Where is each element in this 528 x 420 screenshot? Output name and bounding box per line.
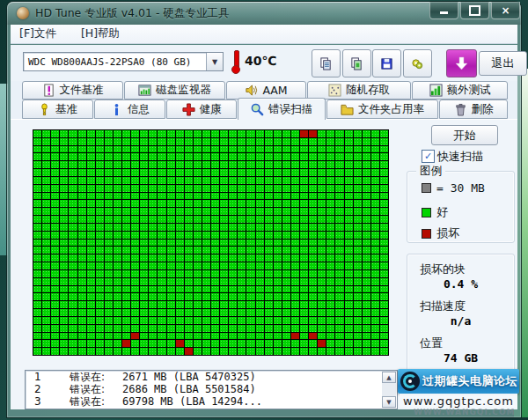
title-bar[interactable]: HD Tune 专业版 v4.01 - 硬盘专业工具 × — [7, 2, 521, 25]
grid-cell-good — [335, 146, 343, 153]
chevron-down-icon[interactable]: ▼ — [206, 53, 223, 70]
tab-erase[interactable]: 删除 — [439, 99, 508, 119]
options-button[interactable] — [403, 49, 432, 77]
grid-cell-good — [176, 254, 184, 262]
grid-cell-good — [202, 146, 210, 153]
grid-cell-good — [246, 169, 254, 176]
grid-cell-good — [167, 200, 175, 207]
grid-cell-good — [265, 293, 273, 300]
tab-health[interactable]: 健康 — [166, 99, 237, 119]
grid-cell-good — [96, 200, 104, 207]
error-row[interactable]: 3 错误在: 69798 MB (LBA 14294... — [26, 395, 397, 408]
grid-cell-good — [380, 239, 388, 247]
grid-cell-good — [371, 309, 379, 316]
tab-random-access[interactable]: 随机存取 — [307, 81, 411, 99]
grid-cell-good — [96, 278, 104, 285]
grid-cell-good — [87, 200, 95, 207]
tab-aam[interactable]: AAM — [226, 81, 306, 99]
grid-cell-good — [202, 340, 210, 347]
grid-cell-good — [114, 146, 121, 153]
grid-cell-good — [158, 208, 165, 215]
grid-cell-good — [220, 224, 228, 231]
grid-cell-good — [202, 232, 210, 239]
drive-select[interactable]: WDC WD800AAJS-22PSA0 (80 GB) ▼ — [23, 52, 224, 71]
error-list[interactable]: 1 错误在: 2671 MB (LBA 5470325) 2 错误在: 2686… — [25, 370, 398, 409]
tab-benchmark[interactable]: 基准 — [22, 99, 93, 119]
grid-cell-good — [363, 177, 370, 184]
grid-cell-good — [167, 286, 175, 293]
grid-cell-good — [202, 270, 210, 277]
exit-button[interactable]: 退出 — [479, 51, 527, 76]
close-button[interactable]: × — [491, 2, 520, 19]
grid-cell-good — [185, 239, 193, 247]
grid-cell-good — [246, 317, 254, 324]
grid-cell-good — [291, 262, 299, 269]
grid-cell-good — [282, 208, 290, 215]
tab-file-benchmark[interactable]: 文件基准 — [22, 81, 123, 99]
tab-info[interactable]: 信息 — [94, 99, 165, 119]
grid-cell-good — [149, 161, 157, 168]
grid-cell-good — [380, 278, 388, 285]
grid-cell-good — [363, 208, 370, 215]
grid-cell-good — [246, 130, 254, 137]
grid-cell-good — [87, 278, 95, 285]
tab-disk-monitor[interactable]: 磁盘监视器 — [124, 81, 225, 99]
grid-cell-good — [309, 232, 317, 239]
grid-cell-good — [380, 177, 388, 184]
grid-cell-good — [131, 270, 139, 277]
grid-cell-good — [274, 317, 282, 324]
grid-cell-good — [274, 185, 282, 192]
grid-cell-good — [371, 224, 379, 231]
maximize-button[interactable] — [460, 2, 489, 19]
grid-cell-good — [238, 333, 246, 340]
start-button[interactable]: 开始 — [431, 125, 498, 145]
tab-error-scan[interactable]: 错误扫描 — [238, 98, 326, 120]
menu-help[interactable]: [H]帮助 — [81, 26, 120, 41]
error-value: 2671 MB (LBA 5470325) — [122, 371, 256, 383]
grid-cell-good — [105, 317, 113, 324]
grid-cell-good — [140, 161, 148, 168]
save-button[interactable] — [372, 49, 401, 77]
copy-image-button[interactable] — [342, 49, 371, 77]
grid-cell-good — [229, 200, 237, 207]
grid-cell-good — [87, 325, 95, 332]
update-button[interactable] — [446, 49, 477, 77]
grid-cell-good — [158, 325, 165, 332]
grid-cell-good — [185, 169, 193, 176]
minimize-icon — [440, 11, 448, 14]
scroll-up-button[interactable]: ▲ — [382, 372, 396, 383]
grid-cell-good — [238, 286, 246, 293]
grid-cell-good — [122, 224, 130, 231]
scroll-down-button[interactable]: ▼ — [382, 396, 396, 408]
grid-cell-good — [78, 317, 86, 324]
error-list-scrollbar[interactable]: ▲ ▼ — [382, 372, 396, 408]
grid-cell-good — [51, 247, 59, 254]
grid-cell-good — [51, 193, 59, 200]
tab-folder-usage[interactable]: 文件夹占用率 — [326, 99, 438, 119]
grid-cell-good — [51, 254, 59, 262]
minimize-button[interactable] — [429, 2, 458, 19]
grid-cell-good — [131, 325, 139, 332]
quick-scan-checkbox[interactable]: ✓ — [422, 150, 435, 163]
grid-cell-good — [309, 153, 317, 160]
grid-cell-good — [274, 301, 282, 308]
grid-cell-good — [220, 208, 228, 215]
tab-extra-tests[interactable]: 额外测试 — [412, 81, 508, 99]
grid-cell-good — [140, 286, 148, 293]
grid-cell-good — [202, 286, 210, 293]
grid-cell-good — [149, 138, 157, 145]
grid-cell-good — [105, 301, 113, 308]
grid-cell-good — [105, 169, 113, 176]
grid-cell-good — [122, 270, 130, 277]
grid-cell-good — [185, 193, 193, 200]
grid-cell-good — [265, 247, 273, 254]
copy-button[interactable] — [312, 49, 341, 77]
grid-cell-good — [105, 224, 113, 231]
grid-cell-good — [282, 153, 290, 160]
grid-cell-good — [326, 185, 334, 192]
watermark-url: www.gqgtpc.com — [400, 394, 517, 408]
grid-cell-good — [122, 130, 130, 137]
menu-file[interactable]: [F]文件 — [19, 26, 56, 41]
grid-cell-good — [345, 247, 353, 254]
grid-cell-good — [131, 161, 139, 168]
